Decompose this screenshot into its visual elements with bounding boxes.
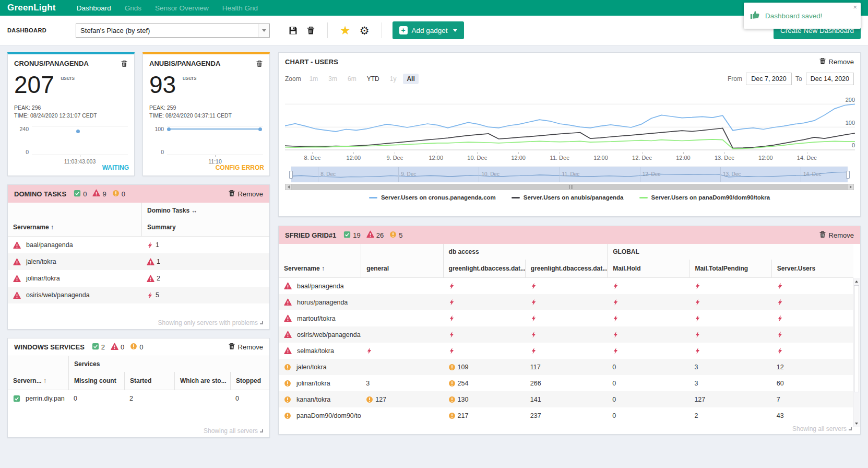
column-header[interactable]: Servern... ↑ bbox=[8, 372, 68, 390]
value-cell bbox=[443, 278, 525, 294]
warning-triangle-icon bbox=[284, 347, 292, 355]
resize-handle-icon[interactable] bbox=[260, 321, 263, 324]
value-cell: 2 bbox=[124, 390, 174, 407]
bolt-icon bbox=[694, 283, 701, 289]
server-row-cell[interactable]: jolinar/tokra bbox=[8, 270, 141, 287]
peak-value: PEAK: 296 bbox=[14, 104, 128, 112]
value-cell bbox=[361, 278, 443, 294]
from-date-input[interactable]: Dec 7, 2020 bbox=[746, 73, 792, 85]
scrollbar-thumb[interactable] bbox=[854, 285, 859, 392]
column-header[interactable]: Mail.Hold bbox=[607, 260, 689, 278]
trash-icon[interactable] bbox=[256, 60, 263, 67]
data-point bbox=[76, 130, 80, 133]
server-row-cell[interactable]: osiris/web/panagenda bbox=[8, 287, 141, 303]
server-row-cell[interactable]: kanan/tokra bbox=[279, 391, 361, 407]
value-cell: 127 bbox=[689, 391, 771, 407]
bolt-icon bbox=[448, 331, 455, 338]
gadget-sfried-grid: SFRIED GRID#1 19 26 5 Remove db accessGL… bbox=[278, 226, 861, 435]
server-row-cell[interactable]: martouf/tokra bbox=[279, 310, 361, 326]
remove-gadget-button[interactable]: Remove bbox=[228, 343, 263, 352]
plus-icon: + bbox=[399, 26, 408, 34]
users-unit: users bbox=[61, 75, 75, 81]
server-row-cell[interactable]: jalen/tokra bbox=[279, 359, 361, 375]
column-header[interactable]: Servername ↑ bbox=[279, 260, 361, 278]
nav-item-health-grid[interactable]: Health Grid bbox=[222, 4, 258, 12]
column-header[interactable]: Mail.TotalPending bbox=[689, 260, 771, 278]
favorite-star-icon[interactable]: ★ bbox=[340, 25, 351, 37]
trash-icon[interactable] bbox=[121, 60, 128, 67]
add-gadget-button[interactable]: + Add gadget bbox=[393, 21, 464, 39]
value-cell: 12 bbox=[771, 359, 853, 375]
resize-handle-icon[interactable] bbox=[260, 429, 263, 432]
x-tick-label: 9. Dec bbox=[386, 155, 403, 161]
chart-navigator[interactable]: 8. Dec9. Dec10. Dec11. Dec12. Dec13. Dec… bbox=[291, 167, 848, 182]
close-icon[interactable]: × bbox=[853, 3, 857, 11]
nav-item-dashboard[interactable]: Dashboard bbox=[77, 4, 111, 12]
server-row-cell[interactable]: baal/panagenda bbox=[279, 278, 361, 294]
navigator-left-handle[interactable] bbox=[289, 171, 293, 179]
trash-icon bbox=[819, 231, 826, 240]
nav-item-grids[interactable]: Grids bbox=[125, 4, 141, 12]
server-row-cell[interactable]: horus/panagenda bbox=[279, 294, 361, 310]
toast-notification: Dashboard saved! × bbox=[744, 3, 861, 29]
server-row-cell[interactable]: baal/panagenda bbox=[8, 237, 141, 253]
bolt-icon bbox=[612, 299, 619, 306]
column-header[interactable]: Servername ↑ bbox=[8, 218, 141, 237]
app-logo: GreenLight bbox=[7, 3, 56, 13]
alert-circle-icon bbox=[448, 380, 456, 387]
value-cell: 2 bbox=[141, 270, 269, 287]
remove-gadget-button[interactable]: Remove bbox=[819, 231, 854, 240]
scroll-right-arrow-icon[interactable] bbox=[847, 184, 854, 190]
scroll-up-arrow-icon[interactable] bbox=[853, 278, 860, 285]
navigator-right-handle[interactable] bbox=[846, 171, 850, 179]
remove-gadget-button[interactable]: Remove bbox=[228, 190, 263, 198]
value-cell: 60 bbox=[771, 375, 853, 391]
nav-item-sensor-overview[interactable]: Sensor Overview bbox=[155, 4, 209, 12]
delete-dashboard-icon[interactable] bbox=[306, 26, 315, 35]
warning-count-icon bbox=[112, 190, 120, 198]
server-row-cell[interactable]: osiris/web/panagenda bbox=[279, 326, 361, 343]
remove-gadget-button[interactable]: Remove bbox=[819, 57, 854, 66]
chart-horizontal-scrollbar[interactable] bbox=[285, 183, 854, 190]
column-header[interactable]: Started bbox=[124, 372, 174, 390]
server-row-cell[interactable]: jolinar/tokra bbox=[279, 375, 361, 391]
gadget-domino-tasks: DOMINO TASKS 0 9 0 Remove Domino Tasks ↔… bbox=[7, 184, 270, 330]
legend-swatch bbox=[639, 197, 648, 198]
chart-series-line bbox=[285, 139, 855, 149]
to-date-input[interactable]: Dec 14, 2020 bbox=[806, 73, 854, 85]
scroll-down-arrow-icon[interactable] bbox=[853, 420, 860, 427]
grid-vertical-scrollbar[interactable] bbox=[853, 278, 860, 427]
x-tick-label: 11. Dec bbox=[550, 155, 569, 161]
alert-circle-icon bbox=[366, 396, 373, 403]
zoom-button-ytd[interactable]: YTD bbox=[363, 74, 383, 84]
column-header[interactable]: Missing count bbox=[68, 372, 124, 390]
server-row-cell[interactable]: perrin.diy.pan bbox=[8, 390, 68, 407]
gadget-title: SFRIED GRID#1 bbox=[285, 231, 336, 239]
column-header[interactable]: Summary bbox=[141, 218, 269, 237]
trash-icon bbox=[819, 57, 826, 66]
toast-message: Dashboard saved! bbox=[765, 12, 823, 20]
dashboard-select[interactable]: Stefan's Place (by stef) bbox=[76, 24, 270, 38]
legend-item[interactable]: Server.Users on anubis/panagenda bbox=[512, 194, 624, 201]
bolt-icon bbox=[530, 347, 537, 354]
zoom-button-all[interactable]: All bbox=[403, 74, 418, 84]
column-header[interactable]: greenlight.dbaccess.dat... bbox=[525, 260, 607, 278]
legend-item[interactable]: Server.Users on cronus.panagenda.com bbox=[369, 194, 496, 201]
column-header[interactable]: general bbox=[361, 260, 443, 278]
legend-swatch bbox=[512, 197, 520, 198]
legend-item[interactable]: Server.Users on panaDom90/dom90/tokra bbox=[639, 194, 770, 201]
server-row-cell[interactable]: jalen/tokra bbox=[8, 253, 141, 270]
server-row-cell[interactable]: panaDom90/dom90/tol bbox=[279, 407, 361, 424]
column-header[interactable]: Which are sto... bbox=[174, 372, 230, 390]
scroll-left-arrow-icon[interactable] bbox=[285, 184, 292, 190]
column-header[interactable]: Server.Users bbox=[771, 260, 853, 278]
column-header[interactable]: greenlight.dbaccess.dat... bbox=[443, 260, 525, 278]
resize-handle-icon[interactable] bbox=[849, 427, 852, 430]
warning-count: 0 bbox=[139, 343, 143, 351]
column-header[interactable]: Stopped bbox=[230, 372, 269, 390]
alert-circle-icon bbox=[284, 380, 291, 387]
settings-gear-icon[interactable]: ⚙ bbox=[360, 25, 370, 36]
x-tick-label: 12:00 bbox=[347, 155, 361, 161]
save-icon[interactable] bbox=[289, 26, 298, 35]
server-row-cell[interactable]: selmak/tokra bbox=[279, 343, 361, 359]
